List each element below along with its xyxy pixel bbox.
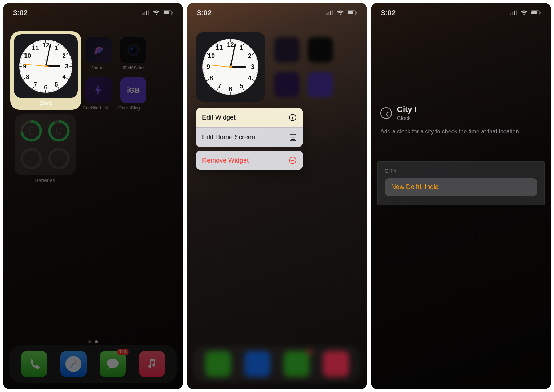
screenshot-panel-3: 3:02 City I Clock Add a clock for a city… [371, 3, 551, 389]
menu-edit-home-screen[interactable]: Edit Home Screen [196, 127, 303, 147]
clock-widget[interactable]: 1212 345 678 91011 ND [14, 34, 78, 98]
svg-text:10: 10 [208, 52, 215, 60]
svg-rect-198 [512, 12, 513, 15]
svg-text:4: 4 [63, 73, 66, 80]
svg-text:6: 6 [229, 85, 232, 93]
svg-rect-102 [328, 12, 329, 15]
battery-icon [163, 10, 173, 15]
svg-rect-103 [330, 11, 331, 15]
svg-rect-3 [148, 10, 149, 15]
clock-face-icon: 1212 345 678 91011 ND [201, 38, 260, 96]
city-section-label: CITY [385, 168, 537, 174]
svg-text:3: 3 [65, 63, 68, 70]
svg-rect-202 [531, 11, 537, 14]
svg-rect-6 [172, 12, 173, 14]
svg-rect-188 [292, 117, 293, 120]
svg-point-192 [292, 137, 293, 138]
status-time: 3:02 [197, 9, 212, 17]
clock-widget-label: Clock [39, 100, 52, 106]
blurred-apps [274, 37, 333, 63]
info-icon [289, 113, 297, 121]
status-bar: 3:02 [187, 3, 367, 23]
city-section: CITY New Delhi, India [377, 161, 545, 205]
svg-text:2: 2 [248, 52, 252, 60]
svg-rect-0 [142, 13, 144, 15]
widget-config-description: Add a clock for a city to check the time… [380, 128, 542, 136]
svg-rect-5 [164, 11, 169, 14]
screenshot-panel-2: 3:02 1212 345 678 91011 ND [187, 3, 367, 389]
widget-config-subtitle: Clock [397, 115, 417, 121]
city-value-row[interactable]: New Delhi, India [385, 178, 537, 196]
menu-remove-widget[interactable]: Remove Widget [196, 151, 303, 170]
screenshot-panel-1: 3:02 Journal iDMSSLite [3, 3, 183, 389]
city-value: New Delhi, India [391, 183, 439, 191]
svg-text:5: 5 [240, 83, 244, 90]
svg-rect-2 [146, 11, 147, 15]
svg-text:3: 3 [251, 63, 254, 71]
svg-text:8: 8 [209, 75, 213, 82]
menu-label: Remove Widget [202, 157, 249, 164]
svg-rect-1 [144, 12, 145, 15]
clock-icon [380, 107, 392, 119]
svg-text:12: 12 [227, 41, 234, 48]
status-bar: 3:02 [3, 3, 183, 23]
menu-label: Edit Home Screen [202, 133, 255, 141]
svg-text:4: 4 [248, 75, 252, 82]
svg-text:11: 11 [216, 44, 223, 51]
svg-text:10: 10 [24, 52, 31, 59]
svg-rect-199 [514, 11, 515, 15]
clock-widget-highlight[interactable]: 1212 345 678 91011 ND C [10, 31, 81, 110]
svg-rect-200 [516, 10, 517, 15]
clock-widget[interactable]: 1212 345 678 91011 ND [196, 32, 265, 102]
cellular-icon [510, 10, 518, 15]
svg-text:1: 1 [55, 45, 58, 52]
svg-text:6: 6 [44, 84, 47, 91]
apps-grid-icon [289, 134, 297, 141]
widget-config-title: City I [397, 105, 417, 114]
dock-blurred: • [193, 345, 361, 383]
svg-text:11: 11 [32, 45, 39, 52]
menu-label: Edit Widget [202, 114, 236, 121]
cellular-icon [326, 10, 334, 15]
wifi-icon [521, 10, 528, 15]
svg-text:7: 7 [33, 81, 37, 88]
status-time: 3:02 [13, 9, 28, 17]
svg-text:9: 9 [23, 63, 27, 70]
status-bar: 3:02 [371, 3, 551, 23]
svg-point-193 [294, 137, 295, 138]
battery-icon [347, 10, 357, 15]
svg-rect-101 [326, 13, 328, 15]
svg-text:7: 7 [218, 83, 221, 90]
wifi-icon [153, 10, 160, 15]
svg-rect-107 [356, 12, 357, 14]
wifi-icon [337, 10, 344, 15]
status-time: 3:02 [381, 9, 396, 17]
svg-rect-197 [510, 13, 511, 15]
svg-rect-106 [348, 11, 353, 14]
svg-point-93 [45, 65, 47, 67]
svg-point-187 [292, 116, 293, 116]
svg-text:12: 12 [43, 42, 49, 49]
widget-context-menu: Edit Widget Edit Home Screen Remove Widg… [196, 108, 303, 170]
svg-text:5: 5 [55, 81, 58, 88]
svg-text:1: 1 [240, 44, 244, 51]
svg-rect-203 [540, 12, 541, 14]
blurred-apps [274, 72, 333, 97]
menu-edit-widget[interactable]: Edit Widget [196, 108, 303, 127]
svg-text:8: 8 [26, 73, 29, 80]
battery-icon [531, 10, 541, 15]
svg-text:2: 2 [63, 52, 66, 59]
svg-point-190 [292, 135, 293, 136]
clock-face-icon: 1212 345 678 91011 ND [18, 39, 73, 94]
svg-point-191 [294, 135, 295, 136]
cellular-icon [142, 10, 150, 15]
widget-config-sheet: City I Clock Add a clock for a city to c… [380, 105, 542, 136]
svg-text:9: 9 [206, 63, 210, 71]
svg-point-185 [229, 66, 232, 68]
svg-rect-104 [332, 10, 333, 15]
svg-rect-194 [291, 139, 295, 140]
remove-icon [289, 156, 297, 164]
